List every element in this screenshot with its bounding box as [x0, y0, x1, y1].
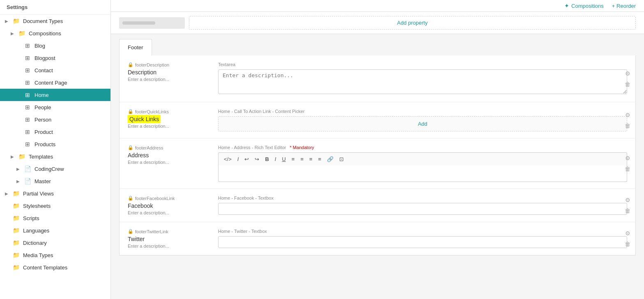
property-name-description: Description: [128, 69, 210, 76]
rte-code-btn[interactable]: </>: [222, 155, 234, 163]
sidebar-item-coding-crew[interactable]: ▶ 📄 CodingCrew: [0, 163, 110, 175]
sidebar-item-label: Person: [34, 117, 106, 123]
settings-icon[interactable]: ⚙: [624, 154, 631, 162]
grid-icon: ⊞: [23, 92, 32, 98]
folder-icon: 📁: [12, 18, 21, 24]
delete-icon[interactable]: 🗑: [624, 240, 631, 248]
sidebar-item-languages[interactable]: ▶ 📁 Languages: [0, 224, 110, 237]
rte-redo-btn[interactable]: ↪: [253, 155, 261, 163]
folder-icon: 📁: [12, 239, 21, 246]
sidebar-item-home[interactable]: ▶ ⊞ Home: [0, 89, 110, 101]
sidebar-item-blog[interactable]: ▶ ⊞ Blog: [0, 39, 110, 52]
property-row-address: 🔒 footerAddress Address Enter a descript…: [120, 138, 635, 189]
doc-icon: 📄: [23, 178, 32, 184]
sidebar-item-people[interactable]: ▶ ⊞ People: [0, 101, 110, 113]
sidebar-item-label: Products: [34, 141, 106, 147]
rte-media-btn[interactable]: ⊡: [337, 155, 346, 163]
arrow-icon: ▶: [11, 31, 16, 36]
sidebar-item-scripts[interactable]: ▶ 📁 Scripts: [0, 212, 110, 224]
property-left: 🔒 footerAddress Address Enter a descript…: [128, 145, 210, 165]
sidebar-item-blogpost[interactable]: ▶ ⊞ Blogpost: [0, 52, 110, 64]
rte-undo-btn[interactable]: ↩: [242, 155, 251, 163]
sidebar-item-compositions[interactable]: ▶ 📁 Compositions: [0, 27, 110, 39]
arrow-placeholder: ▶: [16, 130, 22, 134]
reorder-button[interactable]: + Reorder: [612, 3, 636, 9]
rte-underline-btn[interactable]: U: [280, 155, 288, 163]
rte-ol-btn[interactable]: ≡: [298, 155, 306, 163]
property-type: Home - Twitter - Textbox: [218, 229, 627, 234]
arrow-icon: ▶: [5, 19, 11, 23]
arrow-placeholder: ▶: [16, 68, 22, 73]
property-desc: Enter a description...: [128, 210, 210, 215]
sidebar-item-content-page[interactable]: ▶ ⊞ Content Page: [0, 76, 110, 89]
delete-icon[interactable]: 🗑: [624, 165, 631, 173]
lock-icon: 🔒: [128, 62, 133, 67]
rte-area[interactable]: [218, 166, 627, 182]
delete-icon[interactable]: 🗑: [624, 207, 631, 215]
rte-bold-btn[interactable]: B: [263, 155, 271, 163]
rte-align-right-btn[interactable]: ≡: [316, 155, 324, 163]
arrow-placeholder: ▶: [5, 253, 11, 258]
delete-icon[interactable]: 🗑: [624, 80, 631, 88]
settings-icon[interactable]: ⚙: [624, 229, 631, 237]
arrow-placeholder: ▶: [16, 117, 22, 122]
settings-icon[interactable]: ⚙: [624, 196, 631, 204]
sidebar-item-products[interactable]: ▶ ⊞ Products: [0, 138, 110, 150]
sidebar-item-person[interactable]: ▶ ⊞ Person: [0, 113, 110, 126]
rte-italic-btn[interactable]: I: [273, 155, 278, 163]
delete-icon[interactable]: 🗑: [624, 122, 631, 130]
folder-icon: 📁: [12, 215, 21, 221]
property-type: Textarea: [218, 62, 627, 67]
sidebar-item-contact[interactable]: ▶ ⊞ Contact: [0, 64, 110, 76]
mandatory-badge: * Mandatory: [290, 145, 314, 150]
folder-icon: 📁: [12, 227, 21, 234]
sidebar-header: Settings: [0, 0, 110, 15]
arrow-icon: ▶: [16, 167, 22, 171]
sidebar-item-label: Compositions: [29, 30, 106, 37]
sidebar-item-label: Home: [34, 92, 106, 98]
sidebar-item-label: People: [34, 104, 106, 110]
settings-icon[interactable]: ⚙: [624, 111, 631, 119]
property-desc: Enter a description...: [128, 160, 210, 165]
rte-ul-btn[interactable]: ≡: [290, 155, 297, 163]
compositions-label: Compositions: [571, 3, 604, 9]
rte-format-btn[interactable]: I: [235, 155, 241, 163]
sidebar-item-stylesheets[interactable]: ▶ 📁 Stylesheets: [0, 200, 110, 212]
content-area: Add property Footer 🔒 footerDescription …: [111, 12, 644, 299]
arrow-icon: ▶: [16, 179, 22, 184]
add-content-picker-button[interactable]: Add: [218, 116, 627, 131]
folder-icon: 📁: [12, 252, 21, 258]
twitter-input[interactable]: [218, 236, 627, 248]
folder-icon: 📁: [17, 153, 26, 160]
sidebar-item-document-types[interactable]: ▶ 📁 Document Types: [0, 15, 110, 27]
description-textarea[interactable]: [218, 69, 627, 94]
arrow-placeholder: ▶: [16, 80, 22, 85]
compositions-button[interactable]: ✦ Compositions: [564, 2, 604, 9]
property-name-twitter: Twitter: [128, 236, 210, 242]
sidebar-item-content-templates[interactable]: ▶ 📁 Content Templates: [0, 261, 110, 274]
property-desc: Enter a description...: [128, 244, 210, 248]
property-actions: ⚙ 🗑: [624, 111, 631, 130]
property-name-facebook: Facebook: [128, 202, 210, 209]
property-alias: 🔒 footerAddress: [128, 145, 210, 150]
sidebar-item-templates[interactable]: ▶ 📁 Templates: [0, 150, 110, 163]
sidebar-item-master[interactable]: ▶ 📄 Master: [0, 175, 110, 187]
sidebar-item-media-types[interactable]: ▶ 📁 Media Types: [0, 249, 110, 261]
sidebar-item-product[interactable]: ▶ ⊞ Product: [0, 126, 110, 138]
sidebar-item-label: Partial Views: [23, 191, 106, 197]
add-property-button[interactable]: Add property: [189, 16, 636, 30]
rte-link-btn[interactable]: 🔗: [325, 155, 336, 163]
rte-align-left-btn[interactable]: ≡: [307, 155, 315, 163]
rte-toolbar: </> I ↩ ↪ B I U ≡ ≡ ≡ ≡ 🔗 ⊡: [218, 152, 627, 166]
property-row-facebook: 🔒 footerFacebookLink Facebook Enter a de…: [120, 189, 635, 222]
facebook-input[interactable]: [218, 203, 627, 215]
lock-icon: 🔒: [128, 196, 133, 201]
sidebar-item-dictionary[interactable]: ▶ 📁 Dictionary: [0, 237, 110, 249]
footer-tab[interactable]: Footer: [119, 39, 152, 56]
sidebar-item-partial-views[interactable]: ▶ 📁 Partial Views: [0, 187, 110, 200]
lock-icon: 🔒: [128, 145, 133, 150]
settings-icon[interactable]: ⚙: [624, 69, 631, 78]
property-left: 🔒 footerTwitterLink Twitter Enter a desc…: [128, 229, 210, 248]
property-right: Home - Twitter - Textbox: [218, 229, 627, 248]
main-area: ✦ Compositions + Reorder Add property Fo…: [111, 0, 644, 299]
